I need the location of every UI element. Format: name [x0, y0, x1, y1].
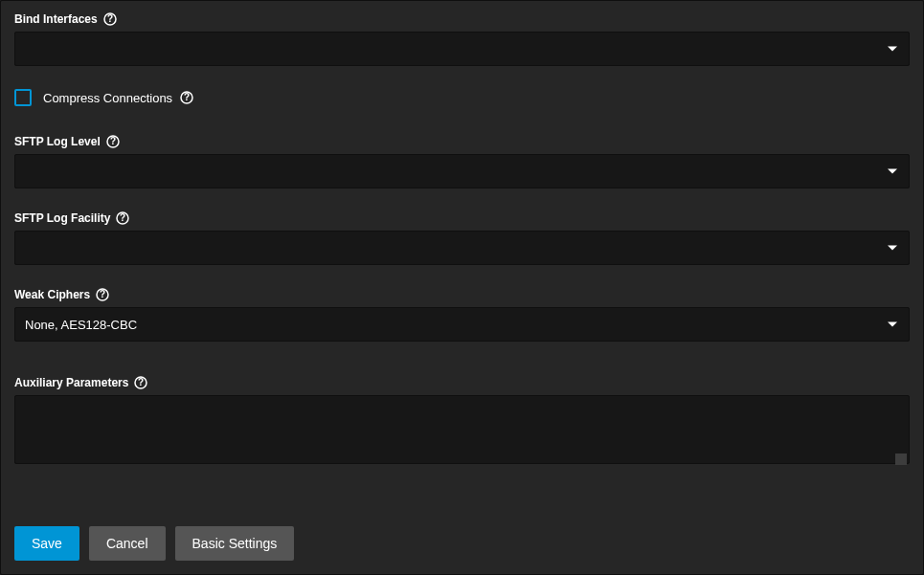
save-button[interactable]: Save — [14, 526, 79, 561]
help-icon[interactable]: ? — [180, 91, 193, 104]
select-sftp-log-level[interactable] — [14, 154, 910, 188]
chevron-down-icon — [888, 47, 897, 52]
label-auxiliary-parameters: Auxiliary Parameters ? — [14, 376, 910, 389]
svg-text:?: ? — [138, 377, 144, 387]
spacer — [14, 365, 910, 376]
form-body: Bind Interfaces ? Compress Connections ? — [14, 12, 910, 499]
label-text-auxiliary-parameters: Auxiliary Parameters — [14, 376, 128, 389]
help-icon[interactable]: ? — [96, 288, 109, 301]
svg-text:?: ? — [110, 136, 116, 146]
label-text-bind-interfaces: Bind Interfaces — [14, 12, 98, 26]
svg-text:?: ? — [107, 13, 113, 24]
textarea-wrapper — [14, 395, 910, 468]
field-bind-interfaces: Bind Interfaces ? — [14, 12, 910, 66]
button-row: Save Cancel Basic Settings — [14, 519, 910, 561]
help-icon[interactable]: ? — [103, 12, 117, 26]
chevron-down-icon — [888, 169, 897, 174]
label-sftp-log-level: SFTP Log Level ? — [14, 135, 910, 148]
checkbox-compress-connections[interactable] — [14, 89, 32, 106]
label-text-sftp-log-level: SFTP Log Level — [14, 135, 101, 148]
label-text-compress-connections: Compress Connections — [43, 91, 172, 105]
select-value-weak-ciphers: None, AES128-CBC — [25, 318, 137, 332]
field-sftp-log-facility: SFTP Log Facility ? — [14, 211, 910, 265]
help-icon[interactable]: ? — [106, 135, 120, 148]
svg-text:?: ? — [120, 212, 125, 223]
cancel-button[interactable]: Cancel — [89, 526, 166, 561]
settings-form: Bind Interfaces ? Compress Connections ? — [0, 0, 924, 575]
field-auxiliary-parameters: Auxiliary Parameters ? — [14, 376, 910, 468]
help-icon[interactable]: ? — [116, 211, 129, 225]
select-bind-interfaces[interactable] — [14, 32, 910, 66]
svg-text:?: ? — [184, 92, 190, 102]
chevron-down-icon — [888, 246, 897, 251]
chevron-down-icon — [888, 322, 897, 327]
label-weak-ciphers: Weak Ciphers ? — [14, 288, 910, 301]
select-sftp-log-facility[interactable] — [14, 231, 910, 265]
basic-settings-button[interactable]: Basic Settings — [175, 526, 295, 561]
field-compress-connections: Compress Connections ? — [14, 89, 910, 106]
select-weak-ciphers[interactable]: None, AES128-CBC — [14, 307, 910, 342]
label-sftp-log-facility: SFTP Log Facility ? — [14, 211, 910, 225]
textarea-auxiliary-parameters[interactable] — [14, 395, 910, 464]
field-weak-ciphers: Weak Ciphers ? None, AES128-CBC — [14, 288, 910, 342]
label-compress-connections: Compress Connections ? — [43, 91, 193, 105]
label-bind-interfaces: Bind Interfaces ? — [14, 12, 910, 26]
label-text-weak-ciphers: Weak Ciphers — [14, 288, 90, 301]
resize-handle-icon[interactable] — [895, 453, 907, 465]
help-icon[interactable]: ? — [134, 376, 147, 389]
field-sftp-log-level: SFTP Log Level ? — [14, 135, 910, 188]
label-text-sftp-log-facility: SFTP Log Facility — [14, 211, 110, 225]
svg-text:?: ? — [100, 289, 105, 299]
